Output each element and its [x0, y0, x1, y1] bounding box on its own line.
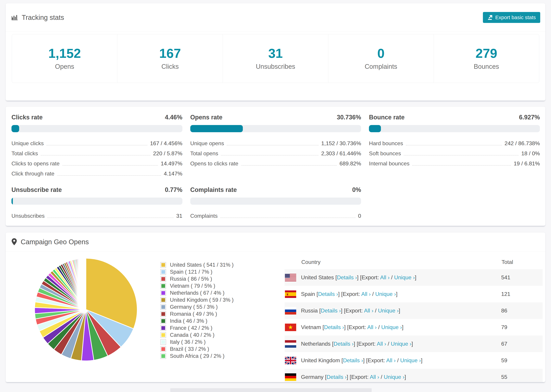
rate-row-value: 1,152 / 30.736% [321, 140, 361, 147]
export-all-link[interactable]: All › [370, 374, 379, 380]
export-unique-link[interactable]: Unique › [381, 324, 402, 330]
table-row-united-states: United States [Details ›] [Export: All ›… [285, 269, 543, 286]
legend-label: United States ( 541 / 31% ) [170, 262, 233, 268]
dotted-leader [404, 155, 518, 155]
legend-label: Canada ( 40 / 2% ) [170, 332, 214, 338]
horizontal-scrollbar-thumb[interactable] [170, 388, 372, 392]
details-link[interactable]: Details › [326, 374, 346, 380]
country-cell: Russia [Details ›] [Export: All › / Uniq… [301, 308, 501, 314]
rate-row-soft-bounces: Soft bounces18 / 0% [369, 149, 540, 159]
pie-slice-other[interactable] [86, 258, 86, 309]
stat-value-unsubscribes: 31 [268, 47, 283, 60]
rate-progress-track [11, 197, 182, 205]
export-unique-link[interactable]: Unique › [375, 291, 396, 297]
legend-label: France ( 42 / 2% ) [170, 325, 212, 331]
export-unique-link[interactable]: Unique › [394, 274, 415, 280]
legend-item-united-kingdom[interactable]: United Kingdom ( 59 / 3% ) [160, 296, 285, 303]
country-name: Vietnam [301, 324, 323, 330]
legend-item-germany[interactable]: Germany ( 55 / 3% ) [160, 303, 285, 310]
rate-row-unsubscribes: Unsubscribes31 [11, 211, 182, 221]
legend-swatch [160, 325, 166, 331]
rate-block-header: Opens rate30.736% [190, 114, 361, 121]
total-cell: 59 [501, 357, 542, 364]
legend-label: Vietnam ( 79 / 5% ) [170, 283, 215, 289]
rate-row-label: Opens to clicks rate [190, 161, 238, 167]
rate-row-total-opens: Total opens2,303 / 61.446% [190, 149, 361, 159]
geo-table-header: Country Total [285, 255, 543, 269]
rate-title: Opens rate [190, 114, 222, 121]
legend-item-canada[interactable]: Canada ( 40 / 2% ) [160, 331, 285, 338]
country-name: Germany [301, 374, 325, 380]
rate-title: Complaints rate [190, 186, 237, 193]
export-unique-link[interactable]: Unique › [391, 341, 411, 347]
legend-swatch [160, 311, 166, 317]
legend-swatch [160, 304, 166, 310]
geo-header: Campaign Geo Opens [6, 232, 545, 252]
export-all-link[interactable]: All › [361, 291, 371, 297]
flag-us-icon [285, 274, 296, 281]
legend-label: India ( 46 / 3% ) [170, 318, 207, 324]
campaign-geo-opens-panel: Campaign Geo Opens United States ( 541 /… [6, 232, 545, 382]
rate-progress-fill [369, 125, 381, 132]
export-unique-link[interactable]: Unique › [384, 374, 404, 380]
rate-row-total-clicks: Total clicks220 / 5.87% [11, 149, 182, 159]
rate-row-value: 19 / 6.81% [514, 161, 540, 167]
rate-row-label: Click through rate [11, 170, 54, 177]
export-all-link[interactable]: All › [364, 308, 373, 314]
rate-row-label: Unsubscribes [11, 213, 45, 219]
country-cell: United Kingdom [Details ›] [Export: All … [301, 357, 501, 364]
country-name: Netherlands [301, 341, 332, 347]
details-link[interactable]: Details › [333, 341, 353, 347]
stat-label-opens: Opens [55, 63, 74, 70]
legend-item-netherlands[interactable]: Netherlands ( 67 / 4% ) [160, 289, 285, 296]
rate-rows: Hard bounces242 / 86.738%Soft bounces18 … [369, 139, 540, 169]
legend-item-spain[interactable]: Spain ( 121 / 7% ) [160, 268, 285, 275]
geo-body: United States ( 541 / 31% )Spain ( 121 /… [6, 252, 545, 382]
details-link[interactable]: Details › [324, 324, 344, 330]
details-link[interactable]: Details › [321, 308, 341, 314]
stat-value-opens: 1,152 [49, 47, 81, 60]
rate-row-label: Clicks to opens rate [11, 161, 60, 167]
legend-item-south-africa[interactable]: South Africa ( 29 / 2% ) [160, 352, 285, 359]
stat-label-clicks: Clicks [161, 63, 179, 70]
legend-item-italy[interactable]: Italy ( 36 / 2% ) [160, 338, 285, 345]
country-cell: United States [Details ›] [Export: All ›… [301, 274, 501, 281]
country-name: Spain [301, 291, 317, 297]
legend-item-india[interactable]: India ( 46 / 3% ) [160, 317, 285, 324]
details-link[interactable]: Details › [337, 274, 357, 280]
rate-value: 0% [352, 186, 361, 193]
legend-item-vietnam[interactable]: Vietnam ( 79 / 5% ) [160, 282, 285, 289]
dotted-leader [57, 175, 161, 176]
legend-item-united-states[interactable]: United States ( 541 / 31% ) [160, 261, 285, 268]
legend-item-romania[interactable]: Romania ( 49 / 3% ) [160, 310, 285, 317]
rate-rows: Complaints0 [190, 211, 361, 221]
rate-block-unsubscribe-rate: Unsubscribe rate0.77%Unsubscribes31 [11, 186, 182, 221]
export-unique-link[interactable]: Unique › [378, 308, 399, 314]
dotted-leader [41, 155, 150, 155]
legend-item-brazil[interactable]: Brazil ( 33 / 2% ) [160, 345, 285, 352]
stat-cell-bounces: 279Bounces [434, 34, 539, 83]
legend-swatch [160, 276, 166, 282]
export-unique-link[interactable]: Unique › [400, 357, 421, 364]
dotted-leader [227, 145, 318, 145]
export-all-link[interactable]: All › [386, 357, 396, 364]
details-link[interactable]: Details › [318, 291, 338, 297]
legend-item-russia[interactable]: Russia ( 86 / 5% ) [160, 275, 285, 282]
rate-progress-fill [11, 125, 19, 132]
legend-swatch [160, 346, 166, 352]
stat-label-complaints: Complaints [365, 63, 397, 70]
page-title: Tracking stats [22, 14, 64, 21]
legend-label: United Kingdom ( 59 / 3% ) [170, 297, 233, 303]
legend-swatch [160, 297, 166, 303]
export-basic-stats-button[interactable]: Export basic stats [483, 12, 540, 23]
flag-de-icon [285, 373, 296, 381]
rate-row-value: 2,303 / 61.446% [321, 150, 361, 157]
export-all-link[interactable]: All › [377, 341, 386, 347]
dotted-leader [47, 145, 148, 145]
legend-item-france[interactable]: France ( 42 / 2% ) [160, 324, 285, 331]
export-all-link[interactable]: All › [380, 274, 389, 280]
rate-value: 4.46% [165, 114, 182, 121]
legend-label: Romania ( 49 / 3% ) [170, 311, 217, 317]
export-all-link[interactable]: All › [367, 324, 377, 330]
details-link[interactable]: Details › [343, 357, 363, 364]
